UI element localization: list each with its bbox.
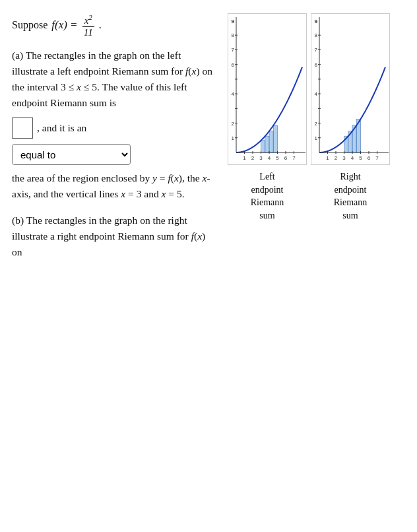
graphs-container (228, 13, 390, 165)
left-label-left: Left (228, 170, 307, 183)
right-label-riemann: Riemann (311, 196, 390, 209)
left-label-endpoint: endpoint (228, 183, 307, 197)
left-label-riemann: Riemann (228, 196, 307, 209)
right-label-right: Right (311, 170, 390, 183)
right-label-endpoint: endpoint (311, 183, 390, 197)
part-b-text: (b) The rectangles in the graph on the r… (12, 213, 216, 260)
answer-input-box[interactable] (12, 117, 33, 139)
fraction: x2 11 (82, 13, 95, 38)
left-graph-panel (228, 13, 307, 165)
dropdown-row: equal to less than greater than (12, 144, 216, 165)
right-column: Left endpoint Riemann sum Right endpoint… (223, 13, 395, 519)
right-label-sum: sum (311, 209, 390, 222)
right-graph-label: Right endpoint Riemann sum (311, 170, 390, 222)
part-a-text: (a) The rectangles in the graph on the l… (12, 48, 216, 111)
left-column: Suppose f(x) = x2 11 . (a) The rectangle… (12, 13, 216, 519)
fraction-denominator: 11 (82, 27, 95, 38)
right-graph-canvas (311, 14, 390, 165)
page: Suppose f(x) = x2 11 . (a) The rectangle… (0, 0, 417, 532)
suppose-label: Suppose (12, 19, 48, 31)
part-a-intro: (a) The rectangles in the graph on the l… (12, 50, 212, 108)
graph-labels: Left endpoint Riemann sum Right endpoint… (228, 170, 390, 222)
right-graph-panel (311, 13, 390, 165)
left-label-sum: sum (228, 209, 307, 222)
suppose-formula: Suppose f(x) = x2 11 . (12, 13, 216, 38)
comparison-dropdown[interactable]: equal to less than greater than (12, 144, 131, 165)
formula: f(x) = x2 11 . (51, 13, 102, 38)
and-it-is-an-label: , and it is an (37, 122, 86, 134)
left-graph-canvas (228, 14, 307, 165)
input-row: , and it is an (12, 117, 216, 139)
fraction-numerator: x2 (82, 13, 94, 27)
after-dropdown-text: the area of the region enclosed by y = f… (12, 170, 216, 202)
left-graph-label: Left endpoint Riemann sum (228, 170, 307, 222)
